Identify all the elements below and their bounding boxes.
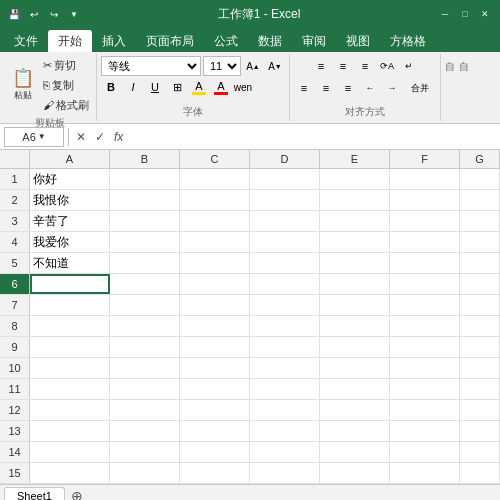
tab-data[interactable]: 数据 bbox=[248, 30, 292, 52]
fill-color-button[interactable]: A bbox=[189, 77, 209, 97]
sheet-cell[interactable] bbox=[320, 295, 390, 315]
align-right-button[interactable]: ≡ bbox=[338, 78, 358, 98]
decrease-indent-button[interactable]: ← bbox=[360, 78, 380, 98]
sheet-cell[interactable] bbox=[180, 190, 250, 210]
sheet-cell[interactable] bbox=[320, 400, 390, 420]
sheet-cell[interactable] bbox=[250, 295, 320, 315]
sheet-cell[interactable] bbox=[390, 463, 460, 483]
align-top-button[interactable]: ≡ bbox=[311, 56, 331, 76]
sheet-cell[interactable] bbox=[320, 337, 390, 357]
sheet-cell[interactable] bbox=[390, 379, 460, 399]
sheet-cell[interactable] bbox=[180, 274, 250, 294]
sheet-cell[interactable] bbox=[460, 316, 500, 336]
sheet-cell[interactable] bbox=[110, 211, 180, 231]
tab-insert[interactable]: 插入 bbox=[92, 30, 136, 52]
sheet-cell[interactable] bbox=[110, 274, 180, 294]
sheet-cell[interactable] bbox=[320, 358, 390, 378]
tab-extra[interactable]: 方格格 bbox=[380, 30, 436, 52]
sheet-cell[interactable] bbox=[320, 379, 390, 399]
sheet-cell[interactable] bbox=[180, 232, 250, 252]
sheet-cell[interactable] bbox=[390, 442, 460, 462]
sheet-cell[interactable] bbox=[180, 421, 250, 441]
row-number[interactable]: 9 bbox=[0, 337, 30, 357]
sheet-cell[interactable] bbox=[180, 253, 250, 273]
sheet-cell[interactable] bbox=[180, 442, 250, 462]
sheet-cell[interactable] bbox=[180, 337, 250, 357]
sheet-cell[interactable] bbox=[460, 190, 500, 210]
format-painter-button[interactable]: 🖌 格式刷 bbox=[40, 96, 92, 114]
sheet-cell[interactable] bbox=[180, 358, 250, 378]
row-number[interactable]: 2 bbox=[0, 190, 30, 210]
sheet-cell[interactable] bbox=[320, 190, 390, 210]
tab-page-layout[interactable]: 页面布局 bbox=[136, 30, 204, 52]
confirm-formula-icon[interactable]: ✓ bbox=[92, 130, 108, 144]
undo-icon[interactable]: ↩ bbox=[26, 8, 42, 20]
sheet-cell[interactable]: 辛苦了 bbox=[30, 211, 110, 231]
sheet-cell[interactable] bbox=[180, 295, 250, 315]
sheet-cell[interactable]: 我恨你 bbox=[30, 190, 110, 210]
sheet-cell[interactable] bbox=[460, 232, 500, 252]
tab-home[interactable]: 开始 bbox=[48, 30, 92, 52]
sheet-cell[interactable] bbox=[30, 358, 110, 378]
sheet-cell[interactable] bbox=[30, 442, 110, 462]
bold-button[interactable]: B bbox=[101, 77, 121, 97]
sheet-cell[interactable] bbox=[30, 337, 110, 357]
sheet-cell[interactable] bbox=[320, 442, 390, 462]
sheet-cell[interactable] bbox=[320, 274, 390, 294]
align-center-button[interactable]: ≡ bbox=[316, 78, 336, 98]
sheet-cell[interactable] bbox=[390, 274, 460, 294]
cell-reference-box[interactable]: A6 ▼ bbox=[4, 127, 64, 147]
sheet-cell[interactable] bbox=[110, 400, 180, 420]
sheet-cell[interactable] bbox=[390, 358, 460, 378]
sheet-cell[interactable] bbox=[250, 379, 320, 399]
sheet-cell[interactable] bbox=[390, 421, 460, 441]
row-number[interactable]: 3 bbox=[0, 211, 30, 231]
row-number[interactable]: 11 bbox=[0, 379, 30, 399]
sheet-cell[interactable] bbox=[390, 253, 460, 273]
sheet-cell[interactable] bbox=[390, 211, 460, 231]
sheet-cell[interactable] bbox=[460, 358, 500, 378]
sheet-cell[interactable] bbox=[460, 442, 500, 462]
sheet-cell[interactable] bbox=[250, 421, 320, 441]
sheet-cell[interactable] bbox=[460, 337, 500, 357]
sheet-cell[interactable] bbox=[320, 169, 390, 189]
sheet-cell[interactable] bbox=[110, 253, 180, 273]
sheet-cell[interactable] bbox=[390, 190, 460, 210]
sheet-cell[interactable] bbox=[460, 253, 500, 273]
sheet-cell[interactable] bbox=[250, 253, 320, 273]
row-number[interactable]: 12 bbox=[0, 400, 30, 420]
cut-button[interactable]: ✂ 剪切 bbox=[40, 56, 92, 74]
col-header-c[interactable]: C bbox=[180, 150, 250, 168]
decrease-font-button[interactable]: A▼ bbox=[265, 56, 285, 76]
row-number[interactable]: 15 bbox=[0, 463, 30, 483]
tab-view[interactable]: 视图 bbox=[336, 30, 380, 52]
row-number[interactable]: 5 bbox=[0, 253, 30, 273]
row-number[interactable]: 6 bbox=[0, 274, 30, 294]
sheet-cell[interactable] bbox=[250, 463, 320, 483]
sheet-cell[interactable] bbox=[250, 316, 320, 336]
sheet-cell[interactable] bbox=[250, 232, 320, 252]
tab-review[interactable]: 审阅 bbox=[292, 30, 336, 52]
tab-formula[interactable]: 公式 bbox=[204, 30, 248, 52]
font-size-select[interactable]: 11 bbox=[203, 56, 241, 76]
sheet-cell[interactable] bbox=[180, 379, 250, 399]
row-number[interactable]: 1 bbox=[0, 169, 30, 189]
sheet-cell[interactable] bbox=[460, 274, 500, 294]
font-color-button[interactable]: A bbox=[211, 77, 231, 97]
sheet-cell[interactable] bbox=[390, 232, 460, 252]
cancel-formula-icon[interactable]: ✕ bbox=[73, 130, 89, 144]
sheet-cell[interactable] bbox=[30, 421, 110, 441]
sheet-cell[interactable] bbox=[250, 442, 320, 462]
sheet-cell[interactable] bbox=[110, 316, 180, 336]
sheet-cell[interactable] bbox=[250, 190, 320, 210]
row-number[interactable]: 10 bbox=[0, 358, 30, 378]
sheet-cell[interactable] bbox=[180, 316, 250, 336]
sheet-cell[interactable] bbox=[390, 337, 460, 357]
customize-quick-access-icon[interactable]: ▼ bbox=[66, 8, 82, 20]
sheet-cell[interactable] bbox=[180, 463, 250, 483]
align-bottom-button[interactable]: ≡ bbox=[355, 56, 375, 76]
col-header-g[interactable]: G bbox=[460, 150, 500, 168]
sheet-cell[interactable] bbox=[390, 316, 460, 336]
sheet-cell[interactable] bbox=[110, 358, 180, 378]
sheet-cell[interactable] bbox=[30, 400, 110, 420]
